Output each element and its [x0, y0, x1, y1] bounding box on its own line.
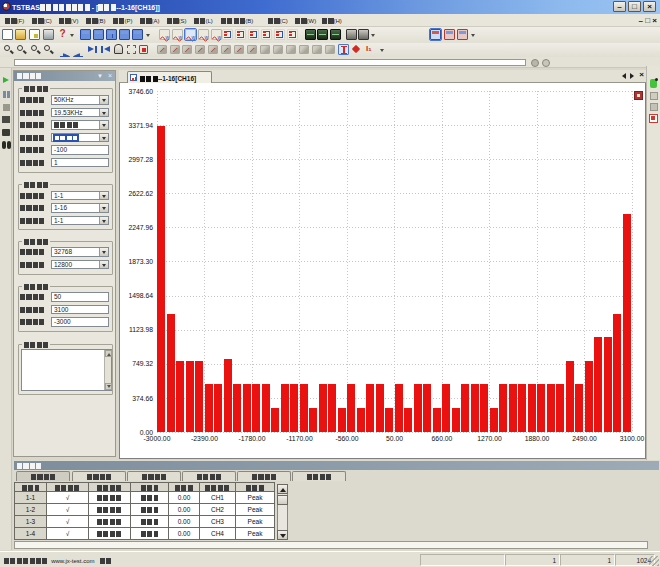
svg-text:1123.98: 1123.98 — [129, 326, 153, 333]
svg-text:1270.00: 1270.00 — [477, 435, 502, 442]
svg-text:3746.60: 3746.60 — [128, 88, 153, 95]
svg-text:2622.62: 2622.62 — [128, 190, 153, 197]
svg-text:1880.00: 1880.00 — [525, 435, 550, 442]
svg-text:-1170.00: -1170.00 — [286, 435, 313, 442]
svg-text:2997.28: 2997.28 — [128, 156, 153, 163]
svg-text:-2390.00: -2390.00 — [191, 435, 218, 442]
svg-text:-3000.00: -3000.00 — [144, 435, 171, 442]
svg-text:374.66: 374.66 — [132, 395, 153, 402]
svg-text:3100.00: 3100.00 — [620, 435, 645, 442]
svg-text:749.32: 749.32 — [132, 360, 153, 367]
svg-text:-560.00: -560.00 — [335, 435, 358, 442]
svg-text:50.00: 50.00 — [386, 435, 403, 442]
svg-text:660.00: 660.00 — [432, 435, 453, 442]
svg-text:2490.00: 2490.00 — [572, 435, 597, 442]
svg-text:1498.64: 1498.64 — [128, 292, 153, 299]
svg-text:3371.94: 3371.94 — [128, 122, 153, 129]
svg-text:-1780.00: -1780.00 — [239, 435, 266, 442]
svg-text:2247.96: 2247.96 — [128, 224, 153, 231]
svg-text:1873.30: 1873.30 — [128, 258, 153, 265]
